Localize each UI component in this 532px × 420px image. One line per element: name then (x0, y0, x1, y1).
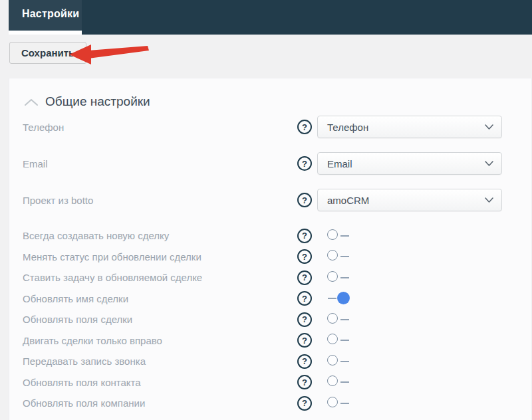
toggle-switch[interactable] (327, 397, 350, 410)
select-dropdown[interactable]: Email (317, 152, 502, 175)
toggle-switch[interactable] (327, 271, 350, 284)
select-value: Email (327, 158, 485, 169)
help-icon[interactable]: ? (297, 354, 312, 369)
chevron-down-icon (485, 161, 493, 166)
setting-label: Всегда создавать новую сделку (23, 230, 292, 241)
setting-label: Ставить задачу в обновляемой сделке (23, 272, 292, 283)
select-value: amoCRM (327, 195, 485, 206)
toggle-switch[interactable] (327, 229, 350, 243)
chevron-down-icon (485, 124, 493, 130)
page-title: Настройки (22, 8, 79, 20)
toggle-switch[interactable] (327, 355, 350, 368)
setting-row: Всегда создавать новую сделку ? (9, 225, 531, 247)
setting-row: Ставить задачу в обновляемой сделке ? (9, 267, 531, 288)
toggle-knob (327, 375, 338, 386)
help-icon[interactable]: ? (297, 291, 312, 306)
page-header: Настройки (9, 0, 532, 35)
toggle-track (340, 381, 349, 383)
toggle-knob (327, 271, 338, 282)
help-icon[interactable]: ? (297, 375, 312, 389)
setting-label: Обновлять имя сделки (23, 293, 292, 304)
toggle-switch[interactable] (327, 313, 350, 326)
help-icon[interactable]: ? (297, 249, 312, 264)
section-header: Общие настройки (24, 78, 531, 109)
toggle-knob (327, 355, 338, 366)
toggle-track (328, 298, 336, 299)
setting-label: Обновлять поля контакта (23, 377, 292, 388)
chevron-down-icon (485, 197, 493, 203)
toggle-knob (337, 292, 350, 304)
toggle-track (340, 277, 349, 278)
select-dropdown[interactable]: Телефон (317, 116, 502, 138)
setting-label: Передавать запись звонка (23, 356, 292, 367)
select-value: Телефон (327, 122, 485, 133)
setting-row: Обновлять поля компании ? (9, 393, 531, 414)
toggle-switch[interactable] (327, 334, 350, 347)
setting-label: Email (23, 158, 292, 169)
setting-label: Обновлять поля сделки (23, 314, 292, 325)
toolbar: Сохранить (9, 35, 532, 78)
help-icon[interactable]: ? (297, 312, 312, 327)
toggle-track (340, 340, 349, 341)
tab-settings[interactable]: Настройки (9, 0, 82, 35)
setting-label: Менять статус при обновлении сделки (23, 251, 292, 262)
toggle-track (340, 361, 349, 362)
toggle-switch[interactable] (327, 250, 350, 263)
toggle-track (340, 235, 349, 237)
collapse-chevron-icon[interactable] (24, 98, 39, 106)
toggle-knob (327, 313, 338, 324)
setting-row: Проект из botto ? amoCRM (9, 189, 531, 211)
setting-label: Проект из botto (23, 195, 292, 206)
setting-row: Телефон ? Телефон (9, 116, 531, 138)
toggle-track (340, 256, 349, 257)
settings-panel: Общие настройки Телефон ? Телефон Email … (9, 78, 532, 420)
setting-row: Обновлять поля контакта ? (9, 372, 531, 393)
setting-row: Обновлять имя сделки ? (9, 288, 531, 310)
setting-row: Менять статус при обновлении сделки ? (9, 247, 531, 268)
select-dropdown[interactable]: amoCRM (317, 189, 502, 211)
toggle-knob (327, 250, 338, 261)
help-icon[interactable]: ? (297, 333, 312, 348)
help-icon[interactable]: ? (297, 270, 312, 285)
toggle-knob (327, 229, 338, 240)
setting-row: Передавать запись звонка ? (9, 351, 531, 372)
toggle-track (340, 319, 349, 320)
help-icon[interactable]: ? (297, 120, 312, 134)
help-icon[interactable]: ? (297, 156, 312, 171)
section-title: Общие настройки (45, 94, 150, 109)
toggle-knob (327, 334, 338, 344)
select-settings-list: Телефон ? Телефон Email ? Email Проект и… (9, 116, 531, 211)
help-icon[interactable]: ? (297, 229, 312, 243)
red-arrow-annotation (68, 44, 150, 64)
help-icon[interactable]: ? (297, 396, 312, 411)
setting-row: Двигать сделки только вправо ? (9, 330, 531, 352)
toggle-switch[interactable] (327, 292, 350, 305)
toggle-settings-list: Всегда создавать новую сделку ? Менять с… (9, 225, 531, 414)
toggle-switch[interactable] (327, 375, 350, 389)
setting-label: Обновлять поля компании (23, 397, 292, 409)
setting-label: Телефон (23, 122, 292, 133)
help-icon[interactable]: ? (297, 193, 312, 207)
toggle-track (340, 403, 349, 404)
setting-label: Двигать сделки только вправо (23, 335, 292, 346)
toggle-knob (327, 397, 338, 407)
setting-row: Email ? Email (9, 152, 531, 175)
setting-row: Обновлять поля сделки ? (9, 309, 531, 330)
